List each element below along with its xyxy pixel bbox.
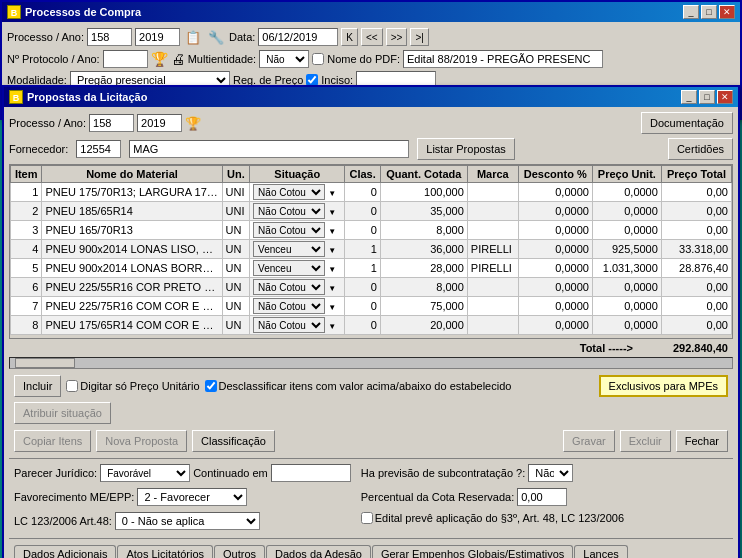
nav-k-btn[interactable]: K [341,28,358,46]
propostas-maximize-btn[interactable]: □ [699,90,715,104]
desclassificar-checkbox[interactable] [205,380,217,392]
cell-clas: 1 [345,240,380,259]
cell-nome: PNEU 225/75R16 COM COR E LETRAS F| [42,297,222,316]
th-quant: Quant. Cotada [380,166,467,183]
cell-marca: PIRELLI [467,240,518,259]
percentual-input[interactable] [517,488,567,506]
previsao-label: Ha previsão de subcontratação ?: [361,467,526,479]
lc-label: LC 123/2006 Art.48: [14,515,112,527]
horizontal-scrollbar[interactable] [9,357,733,369]
nav-next2-btn[interactable]: >> [386,28,408,46]
tab-bottom1-0[interactable]: Dados Adicionais [14,545,116,558]
nav-last-btn[interactable]: >| [410,28,428,46]
cell-situacao[interactable]: Não CotouVenceuPerdeuDesclassificado ▼ [250,202,345,221]
tab-bottom1-1[interactable]: Atos Licitatórios [117,545,213,558]
cell-desconto: 0,0000 [518,240,592,259]
listar-propostas-btn[interactable]: Listar Propostas [417,138,514,160]
cell-preco-unit: 0,0000 [592,202,661,221]
protocolo-input[interactable] [103,50,148,68]
table-row[interactable]: 4 PNEU 900x2014 LONAS LISO, CAPACID UN N… [11,240,732,259]
cell-situacao[interactable]: Não CotouVenceuPerdeuDesclassificado ▼ [250,240,345,259]
toolbar-icon-1[interactable]: 📋 [183,27,203,47]
tab-bottom1-2[interactable]: Outros [214,545,265,558]
situacao-select[interactable]: Não CotouVenceuPerdeuDesclassificado [253,222,325,238]
situacao-select[interactable]: Não CotouVenceuPerdeuDesclassificado [253,184,325,200]
previsao-select[interactable]: Não Sim [528,464,573,482]
table-row[interactable]: 2 PNEU 185/65R14 UNI Não CotouVenceuPerd… [11,202,732,221]
maximize-btn[interactable]: □ [701,5,717,19]
processo-input[interactable] [87,28,132,46]
cell-situacao[interactable]: Não CotouVenceuPerdeuDesclassificado ▼ [250,259,345,278]
propostas-minimize-btn[interactable]: _ [681,90,697,104]
cell-un: UN [222,278,250,297]
nome-pdf-label: Nome do PDF: [327,53,400,65]
minimize-btn[interactable]: _ [683,5,699,19]
situacao-select[interactable]: Não CotouVenceuPerdeuDesclassificado [253,260,325,276]
multientidade-select[interactable]: Não Sim [259,50,309,68]
cell-situacao[interactable]: Não CotouVenceuPerdeuDesclassificado ▼ [250,297,345,316]
favorecimento-select[interactable]: 2 - Favorecer [137,488,247,506]
exclusivos-mpe-btn[interactable]: Exclusivos para MPEs [599,375,728,397]
situacao-select[interactable]: Não CotouVenceuPerdeuDesclassificado [253,241,325,257]
situacao-select[interactable]: Não CotouVenceuPerdeuDesclassificado [253,317,325,333]
classificacao-btn[interactable]: Classificação [192,430,275,452]
tab-bottom1-5[interactable]: Lances [574,545,627,558]
cell-marca [467,183,518,202]
cell-situacao[interactable]: Não CotouVenceuPerdeuDesclassificado ▼ [250,221,345,240]
tab-bottom1-4[interactable]: Gerar Empenhos Globais/Estimativos [372,545,573,558]
table-row[interactable]: 1 PNEU 175/70R13; LARGURA 175 MM, P| UNI… [11,183,732,202]
table-row[interactable]: 6 PNEU 225/55R16 COR PRETO COM IND UN Nã… [11,278,732,297]
print-icon[interactable]: 🖨 [171,51,185,67]
multientidade-checkbox[interactable] [312,53,324,65]
certidoes-btn[interactable]: Certidões [668,138,733,160]
ano-input[interactable] [135,28,180,46]
fornecedor-name-input[interactable] [129,140,409,158]
footer-row2: Copiar Itens Nova Proposta Classificação… [9,427,733,455]
table-row[interactable]: 7 PNEU 225/75R16 COM COR E LETRAS F| UN … [11,297,732,316]
lc-row: LC 123/2006 Art.48: 0 - Não se aplica [14,512,351,530]
cell-situacao[interactable]: Não CotouVenceuPerdeuDesclassificado ▼ [250,278,345,297]
cell-preco-total: 0,00 [661,278,731,297]
th-un: Un. [222,166,250,183]
table-row[interactable]: 3 PNEU 165/70R13 UN Não CotouVenceuPerde… [11,221,732,240]
situacao-select[interactable]: Não CotouVenceuPerdeuDesclassificado [253,298,325,314]
edital-checkbox[interactable] [361,512,373,524]
table-row[interactable]: 5 PNEU 900x2014 LONAS BORRACHUDO UN Não … [11,259,732,278]
cell-preco-total: 0,00 [661,297,731,316]
cell-preco-total: 0,00 [661,202,731,221]
nome-pdf-input[interactable] [403,50,603,68]
protocolo-label: Nº Protocolo / Ano: [7,53,100,65]
copiar-itens-btn[interactable]: Copiar Itens [14,430,91,452]
nav-prev2-btn[interactable]: << [361,28,383,46]
situacao-select[interactable]: Não CotouVenceuPerdeuDesclassificado [253,279,325,295]
table-row[interactable]: 8 PNEU 175/65R14 COM COR E LETRAS F| UN … [11,316,732,335]
situacao-select[interactable]: Não CotouVenceuPerdeuDesclassificado [253,203,325,219]
cell-preco-total: 0,00 [661,316,731,335]
gravar-btn[interactable]: Gravar [563,430,615,452]
toolbar-icon-2[interactable]: 🔧 [206,27,226,47]
propostas-table-container[interactable]: Item Nome do Material Un. Situação Clas.… [9,164,733,339]
parecer-select[interactable]: Favorável [100,464,190,482]
documentacao-btn[interactable]: Documentação [641,112,733,134]
fornecedor-id-input[interactable] [76,140,121,158]
incluir-btn[interactable]: Incluir [14,375,61,397]
tab-bottom1-3[interactable]: Dados da Adesão [266,545,371,558]
prop-processo-input[interactable] [89,114,134,132]
cell-situacao[interactable]: Não CotouVenceuPerdeuDesclassificado ▼ [250,316,345,335]
data-input[interactable] [258,28,338,46]
close-btn[interactable]: ✕ [719,5,735,19]
atribuir-situacao-btn[interactable]: Atribuir situação [14,402,111,424]
continuado-label: Continuado em [193,467,268,479]
excluir-btn[interactable]: Excluir [620,430,671,452]
cell-preco-unit: 0,0000 [592,316,661,335]
continuado-input[interactable] [271,464,351,482]
cell-clas: 0 [345,316,380,335]
digitar-checkbox[interactable] [66,380,78,392]
th-desconto: Desconto % [518,166,592,183]
lc-select[interactable]: 0 - Não se aplica [115,512,260,530]
nova-proposta-btn[interactable]: Nova Proposta [96,430,187,452]
cell-situacao[interactable]: Não CotouVenceuPerdeuDesclassificado ▼ [250,183,345,202]
prop-ano-input[interactable] [137,114,182,132]
propostas-close-btn[interactable]: ✕ [717,90,733,104]
fechar-btn[interactable]: Fechar [676,430,728,452]
